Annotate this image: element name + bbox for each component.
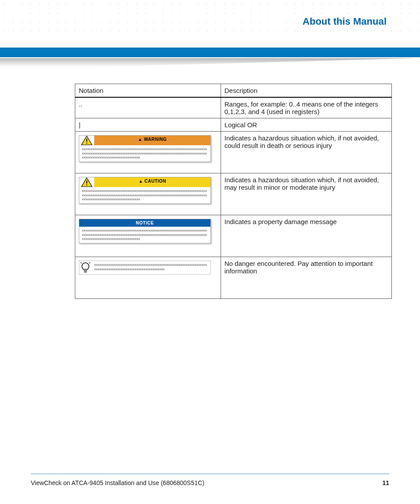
warning-triangle-icon xyxy=(79,136,94,145)
callout-body: xxxxxxxxxxxxxxxxxxxxxxxxxxxxxxxxxxxxxxxx… xyxy=(92,261,210,273)
footer-rule xyxy=(31,474,389,474)
col-description: Description xyxy=(221,84,391,98)
lightbulb-icon xyxy=(79,261,92,274)
tip-callout: xxxxxxxxxxxxxxxxxxxxxxxxxxxxxxxxxxxxxxxx… xyxy=(79,261,211,275)
col-notation: Notation xyxy=(75,84,221,98)
warning-callout: ▲ WARNING xxxxxxxxxxxxxxxxxxxxxxxxxxxxxx… xyxy=(79,135,211,162)
cell-description: Indicates a hazardous situation which, i… xyxy=(221,132,391,173)
svg-line-8 xyxy=(81,262,81,263)
notice-callout: NOTICE xxxxxxxxxxxxxxxxxxxxxxxxxxxxxxxxx… xyxy=(79,219,211,243)
cell-notation: ▲ WARNING xxxxxxxxxxxxxxxxxxxxxxxxxxxxxx… xyxy=(75,132,221,173)
cell-description: Logical OR xyxy=(221,118,391,132)
table-row: NOTICE xxxxxxxxxxxxxxxxxxxxxxxxxxxxxxxxx… xyxy=(75,215,392,257)
notation-table: Notation Description .. Ranges, for exam… xyxy=(75,84,392,299)
cell-description: Indicates a hazardous situation which, i… xyxy=(221,173,391,215)
svg-rect-5 xyxy=(86,184,87,185)
cell-description: Ranges, for example: 0..4 means one of t… xyxy=(221,97,391,118)
header-shadow xyxy=(0,58,420,70)
notice-label: NOTICE xyxy=(79,219,210,227)
cell-notation: | xyxy=(75,118,221,132)
cell-notation: ▲ CAUTION xxxxxxxxxxxxxxxxxxxxxxxxxxxxxx… xyxy=(75,173,221,215)
callout-body: xxxxxxxxxxxxxxxxxxxxxxxxxxxxxxxxxxxxxxxx… xyxy=(79,227,210,243)
footer-doc-title: ViewCheck on ATCA-9405 Installation and … xyxy=(31,479,204,486)
table-row: .. Ranges, for example: 0..4 means one o… xyxy=(75,97,392,118)
cell-description: Indicates a property damage message xyxy=(221,215,391,257)
cell-notation: xxxxxxxxxxxxxxxxxxxxxxxxxxxxxxxxxxxxxxxx… xyxy=(75,257,221,299)
table-row: ▲ CAUTION xxxxxxxxxxxxxxxxxxxxxxxxxxxxxx… xyxy=(75,173,392,215)
caution-label: ▲ CAUTION xyxy=(94,177,210,187)
svg-line-9 xyxy=(89,262,90,263)
callout-body: xxxxxxxxxxxxxxxxxxxxxxxxxxxxxxxxxxxxxxxx… xyxy=(79,145,210,162)
header-blue-bar xyxy=(0,48,420,57)
warning-label: ▲ WARNING xyxy=(94,136,210,145)
cell-notation: .. xyxy=(75,97,221,118)
table-row: xxxxxxxxxxxxxxxxxxxxxxxxxxxxxxxxxxxxxxxx… xyxy=(75,257,392,299)
footer: ViewCheck on ATCA-9405 Installation and … xyxy=(31,479,389,486)
cell-notation: NOTICE xxxxxxxxxxxxxxxxxxxxxxxxxxxxxxxxx… xyxy=(75,215,221,257)
table-row: | Logical OR xyxy=(75,118,392,132)
svg-rect-4 xyxy=(86,180,87,184)
caution-callout: ▲ CAUTION xxxxxxxxxxxxxxxxxxxxxxxxxxxxxx… xyxy=(79,177,211,204)
table-row: ▲ WARNING xxxxxxxxxxxxxxxxxxxxxxxxxxxxxx… xyxy=(75,132,392,173)
callout-body: xxxxxxxxxxxxxxxxxxxxxxxxxxxxxxxxxxxxxxxx… xyxy=(79,187,210,203)
svg-rect-2 xyxy=(86,143,87,143)
page-title: About this Manual xyxy=(300,16,389,27)
caution-triangle-icon xyxy=(79,177,94,187)
cell-description: No danger encountered. Pay attention to … xyxy=(221,257,391,299)
page-number: 11 xyxy=(382,479,389,486)
main-content: Notation Description .. Ranges, for exam… xyxy=(75,84,392,299)
svg-rect-1 xyxy=(86,139,87,142)
